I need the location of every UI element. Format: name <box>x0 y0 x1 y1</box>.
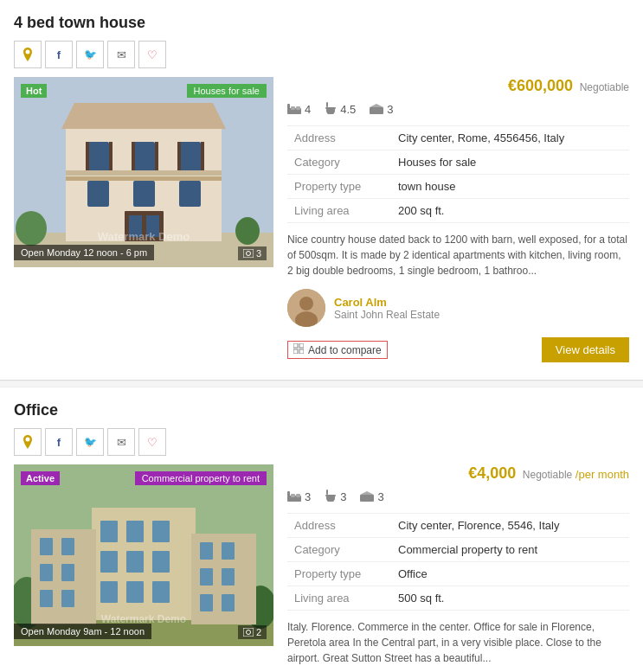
svg-rect-78 <box>360 495 374 502</box>
svg-rect-59 <box>40 564 53 581</box>
badge-active-2: Active <box>21 471 60 485</box>
svg-rect-27 <box>291 106 295 110</box>
listing-2-info: €4,000 Negotiable /per month 3 3 <box>287 464 629 672</box>
table-row: Living area 500 sq ft. <box>287 586 629 611</box>
svg-point-3 <box>235 217 260 245</box>
feature-beds-1: 4 <box>287 103 311 117</box>
detail-value: 500 sq ft. <box>391 586 629 611</box>
detail-value: 200 sq ft. <box>391 199 629 223</box>
listing-2-per-month: /per month <box>575 468 629 481</box>
garage-icon-1 <box>370 103 383 117</box>
svg-rect-75 <box>296 494 300 497</box>
svg-rect-76 <box>325 495 336 496</box>
listing-2-details-table: Address City center, Florence, 5546, Ita… <box>287 513 629 611</box>
location-btn-2[interactable] <box>14 428 42 456</box>
svg-rect-37 <box>299 343 304 348</box>
listing-2-body: Active Commercial property to rent Open … <box>14 464 629 672</box>
bath-icon-1 <box>325 102 337 117</box>
feature-garage-2: 3 <box>360 490 383 504</box>
twitter-btn-1[interactable]: 🐦 <box>76 41 104 68</box>
svg-marker-79 <box>360 491 374 495</box>
listing-1-features: 4 4.5 3 <box>287 102 629 117</box>
svg-rect-21 <box>66 176 222 181</box>
add-compare-btn-1[interactable]: Add to compare <box>293 343 382 356</box>
svg-rect-73 <box>287 491 290 497</box>
svg-rect-20 <box>146 215 159 237</box>
svg-rect-36 <box>293 343 298 348</box>
detail-value: Office <box>391 562 629 586</box>
add-compare-label-1: Add to compare <box>308 344 382 356</box>
table-row: Category Houses for sale <box>287 150 629 175</box>
feature-beds-2: 3 <box>287 490 311 504</box>
detail-label: Address <box>287 514 391 538</box>
svg-rect-50 <box>100 551 118 573</box>
svg-rect-68 <box>200 594 213 611</box>
view-details-btn-1[interactable]: View details <box>542 337 629 362</box>
svg-point-24 <box>246 252 250 256</box>
garage-value-2: 3 <box>377 490 383 503</box>
garage-value-1: 3 <box>387 103 393 116</box>
svg-rect-38 <box>293 349 298 354</box>
favorite-btn-1[interactable]: ♡ <box>138 41 166 68</box>
listing-1: 4 bed town house f 🐦 ✉ ♡ <box>0 0 643 381</box>
svg-rect-16 <box>133 181 155 207</box>
listing-1-info: €600,000 Negotiable 4 4.5 <box>287 77 629 362</box>
svg-rect-66 <box>200 568 213 586</box>
detail-label: Living area <box>287 586 391 611</box>
facebook-btn-1[interactable]: f <box>45 41 73 68</box>
compare-icon-1 <box>293 343 304 356</box>
detail-value: Houses for sale <box>391 150 629 175</box>
listing-2: Office f 🐦 ✉ ♡ <box>0 387 643 672</box>
listing-1-title: 4 bed town house <box>14 14 629 32</box>
detail-label: Property type <box>287 175 391 199</box>
listing-2-price-row: €4,000 Negotiable /per month <box>287 464 629 483</box>
svg-rect-13 <box>177 142 181 172</box>
svg-point-34 <box>299 297 313 310</box>
svg-rect-62 <box>61 590 74 607</box>
badge-category-2: Commercial property to rent <box>135 471 267 485</box>
twitter-btn-2[interactable]: 🐦 <box>76 428 104 456</box>
facebook-btn-2[interactable]: f <box>45 428 73 456</box>
svg-rect-64 <box>200 542 213 560</box>
open-time-1: Open Monday 12 noon - 6 pm <box>14 245 154 260</box>
location-btn-1[interactable] <box>14 41 42 68</box>
svg-rect-52 <box>152 551 170 573</box>
svg-rect-51 <box>126 551 144 573</box>
photo-count-2: 2 <box>238 625 267 639</box>
svg-rect-53 <box>100 581 118 603</box>
svg-point-71 <box>246 630 250 635</box>
feature-baths-1: 4.5 <box>325 102 356 117</box>
detail-value: town house <box>391 175 629 199</box>
detail-value: City center, Rome, 4556456, Italy <box>391 126 629 150</box>
listing-2-image-wrap: Active Commercial property to rent Open … <box>14 464 273 646</box>
svg-rect-70 <box>243 628 254 637</box>
listing-1-description: Nice country house dated back to 1200 wi… <box>287 232 629 278</box>
agent-avatar-1 <box>287 289 325 327</box>
detail-value: City center, Florence, 5546, Italy <box>391 514 629 538</box>
beds-value-1: 4 <box>305 103 311 116</box>
listing-1-price-row: €600,000 Negotiable <box>287 77 629 95</box>
detail-label: Property type <box>287 562 391 586</box>
svg-rect-7 <box>133 142 155 172</box>
svg-rect-54 <box>126 581 144 603</box>
svg-rect-19 <box>129 215 142 237</box>
agent-info-1: Carol Alm Saint John Real Estate <box>334 296 440 321</box>
svg-rect-31 <box>370 107 383 114</box>
svg-rect-14 <box>201 142 204 172</box>
feature-garage-1: 3 <box>370 103 393 117</box>
bed-icon-2 <box>287 490 301 504</box>
badge-category-1: Houses for sale <box>187 84 267 98</box>
email-btn-1[interactable]: ✉ <box>107 41 135 68</box>
detail-value: Commercial property to rent <box>391 538 629 562</box>
listing-2-description: Italy. Florence. Commerce in the center.… <box>287 619 629 666</box>
svg-rect-49 <box>152 521 170 542</box>
detail-label: Living area <box>287 199 391 223</box>
table-row: Property type town house <box>287 175 629 199</box>
listing-1-image-wrap: Hot Houses for sale Open Monday 12 noon … <box>14 77 273 267</box>
email-btn-2[interactable]: ✉ <box>107 428 135 456</box>
listing-1-actions: f 🐦 ✉ ♡ <box>14 41 629 68</box>
listing-2-price: €4,000 <box>468 464 516 482</box>
svg-rect-48 <box>126 521 144 542</box>
table-row: Address City center, Rome, 4556456, Ital… <box>287 126 629 150</box>
favorite-btn-2[interactable]: ♡ <box>138 428 166 456</box>
